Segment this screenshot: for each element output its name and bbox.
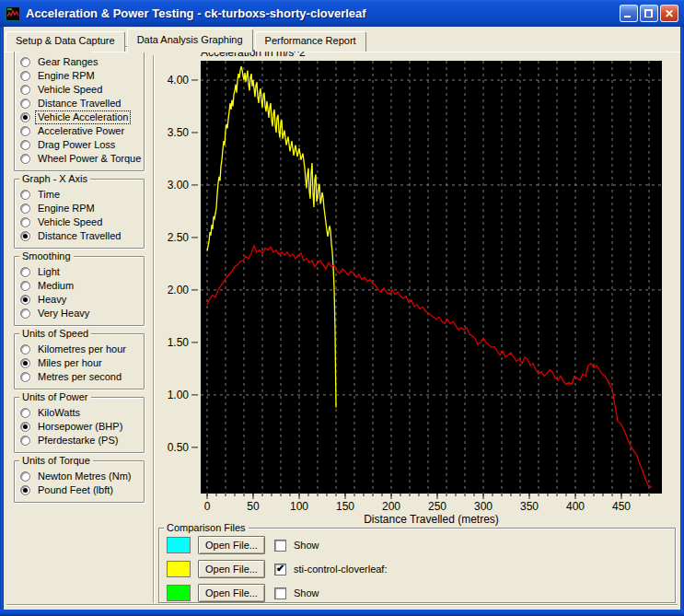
- radio-row-kilometres-per-hour[interactable]: Kilometres per hour: [20, 343, 140, 356]
- radio-button-distance-travelled[interactable]: [20, 231, 30, 241]
- radio-label: Kilometres per hour: [36, 343, 128, 355]
- group-title: Smoothing: [19, 250, 74, 262]
- radio-button-vehicle-acceleration[interactable]: [20, 112, 30, 122]
- radio-row-very-heavy[interactable]: Very Heavy: [20, 307, 140, 320]
- x-tick-label: 150: [336, 500, 354, 513]
- radio-button-wheel-power-torque[interactable]: [20, 154, 30, 164]
- radio-row-distance-travelled[interactable]: Distance Travelled: [20, 97, 140, 110]
- radio-row-vehicle-speed[interactable]: Vehicle Speed: [20, 83, 140, 97]
- radio-row-horsepower-bhp[interactable]: Horsepower (BHP): [20, 420, 140, 434]
- radio-button-kilometres-per-hour[interactable]: [20, 344, 30, 354]
- radio-button-light[interactable]: [20, 267, 30, 277]
- radio-button-metres-per-second[interactable]: [20, 372, 30, 382]
- radio-row-distance-travelled[interactable]: Distance Travelled: [20, 229, 140, 243]
- maximize-icon[interactable]: [640, 5, 658, 22]
- radio-row-pferdestarke-ps[interactable]: Pferdestarke (PS): [20, 434, 140, 447]
- radio-label: Light: [36, 266, 62, 278]
- group-units-of-speed: Units of SpeedKilometres per hourMiles p…: [14, 333, 145, 389]
- radio-label: Time: [36, 189, 62, 201]
- minimize-icon[interactable]: [620, 5, 638, 22]
- radio-label: Miles per hour: [36, 357, 104, 369]
- acceleration-chart: 0.501.001.502.002.503.003.504.0005010015…: [164, 61, 662, 526]
- window-title: Acceleration & Power Testing - ck-turbox…: [26, 6, 620, 20]
- app-window: Acceleration & Power Testing - ck-turbox…: [0, 0, 684, 616]
- comparison-row: Open File...Show: [167, 536, 675, 554]
- radio-button-pferdestarke-ps[interactable]: [20, 436, 30, 446]
- radio-button-miles-per-hour[interactable]: [20, 358, 30, 368]
- radio-row-time[interactable]: Time: [20, 188, 140, 202]
- radio-row-gear-ranges[interactable]: Gear Ranges: [20, 55, 140, 69]
- radio-button-gear-ranges[interactable]: [20, 57, 30, 67]
- show-checkbox[interactable]: [274, 540, 286, 552]
- radio-row-metres-per-second[interactable]: Metres per second: [20, 370, 140, 384]
- radio-label: Wheel Power & Torque: [36, 153, 143, 165]
- radio-row-drag-power-loss[interactable]: Drag Power Loss: [20, 138, 140, 152]
- comparison-row: Open File...Show: [167, 584, 675, 602]
- comparison-row: Open File...sti-control-cloverleaf:: [167, 560, 675, 578]
- radio-row-accelerative-power[interactable]: Accelerative Power: [20, 124, 140, 138]
- open-file-button[interactable]: Open File...: [198, 560, 265, 578]
- radio-row-kilowatts[interactable]: KiloWatts: [20, 406, 140, 420]
- comparison-label: Show: [294, 540, 319, 551]
- radio-label: Pferdestarke (PS): [36, 435, 120, 447]
- close-icon[interactable]: ✕: [660, 5, 678, 22]
- radio-button-horsepower-bhp[interactable]: [20, 422, 30, 432]
- radio-label: Accelerative Power: [36, 125, 126, 137]
- radio-label: Pound Feet (lbft): [36, 484, 115, 496]
- radio-row-medium[interactable]: Medium: [20, 279, 140, 293]
- radio-button-vehicle-speed[interactable]: [20, 85, 30, 95]
- radio-label: Metres per second: [36, 371, 123, 383]
- radio-button-newton-metres-nm[interactable]: [20, 471, 30, 482]
- show-checkbox[interactable]: [274, 587, 286, 599]
- comparison-label: Show: [294, 587, 319, 599]
- open-file-button[interactable]: Open File...: [198, 536, 265, 554]
- tab-performance-report[interactable]: Performance Report: [255, 31, 366, 52]
- show-checkbox[interactable]: [274, 564, 286, 575]
- radio-label: Vehicle Speed: [36, 84, 104, 96]
- radio-label: KiloWatts: [36, 407, 82, 419]
- radio-label: Vehicle Acceleration: [36, 111, 130, 123]
- radio-button-engine-rpm[interactable]: [20, 71, 30, 81]
- comparison-label: sti-control-cloverleaf:: [294, 564, 387, 575]
- radio-row-vehicle-speed[interactable]: Vehicle Speed: [20, 215, 140, 229]
- radio-button-engine-rpm[interactable]: [20, 203, 30, 214]
- radio-label: Very Heavy: [36, 308, 91, 320]
- radio-label: Heavy: [36, 294, 68, 306]
- radio-row-miles-per-hour[interactable]: Miles per hour: [20, 356, 140, 370]
- x-tick-label: 450: [612, 500, 631, 513]
- radio-button-medium[interactable]: [20, 281, 30, 291]
- app-graph-icon: [6, 6, 20, 21]
- x-tick-label: 250: [428, 500, 446, 513]
- radio-label: Vehicle Speed: [36, 216, 104, 228]
- radio-button-accelerative-power[interactable]: [20, 126, 30, 136]
- radio-row-engine-rpm[interactable]: Engine RPM: [20, 69, 140, 83]
- radio-button-distance-travelled[interactable]: [20, 99, 30, 109]
- y-tick-label: 1.00: [168, 389, 190, 401]
- radio-button-kilowatts[interactable]: [20, 408, 30, 418]
- y-tick-label: 1.50: [168, 336, 190, 349]
- radio-button-drag-power-loss[interactable]: [20, 140, 30, 150]
- radio-label: Newton Metres (Nm): [36, 471, 133, 482]
- open-file-button[interactable]: Open File...: [198, 584, 265, 602]
- comparison-files-title: Comparison Files: [164, 522, 249, 534]
- radio-row-light[interactable]: Light: [20, 265, 140, 279]
- radio-button-vehicle-speed[interactable]: [20, 217, 30, 227]
- radio-row-pound-feet-lbft[interactable]: Pound Feet (lbft): [20, 483, 140, 497]
- color-swatch: [167, 585, 191, 601]
- radio-row-newton-metres-nm[interactable]: Newton Metres (Nm): [20, 470, 140, 483]
- radio-label: Distance Travelled: [36, 230, 123, 242]
- radio-row-wheel-power-torque[interactable]: Wheel Power & Torque: [20, 152, 140, 166]
- tab-setup-data-capture[interactable]: Setup & Data Capture: [6, 31, 125, 52]
- radio-row-vehicle-acceleration[interactable]: Vehicle Acceleration: [20, 110, 140, 124]
- radio-button-time[interactable]: [20, 190, 30, 200]
- y-tick-label: 0.50: [168, 441, 190, 454]
- tab-data-analysis-graphing[interactable]: Data Analysis Graphing: [127, 29, 253, 52]
- radio-button-heavy[interactable]: [20, 295, 30, 305]
- radio-label: Engine RPM: [36, 70, 97, 82]
- radio-button-pound-feet-lbft[interactable]: [20, 485, 30, 495]
- radio-button-very-heavy[interactable]: [20, 308, 30, 319]
- radio-row-heavy[interactable]: Heavy: [20, 293, 140, 307]
- group-title: Units of Speed: [19, 328, 91, 340]
- radio-label: Medium: [36, 280, 75, 292]
- radio-row-engine-rpm[interactable]: Engine RPM: [20, 202, 140, 215]
